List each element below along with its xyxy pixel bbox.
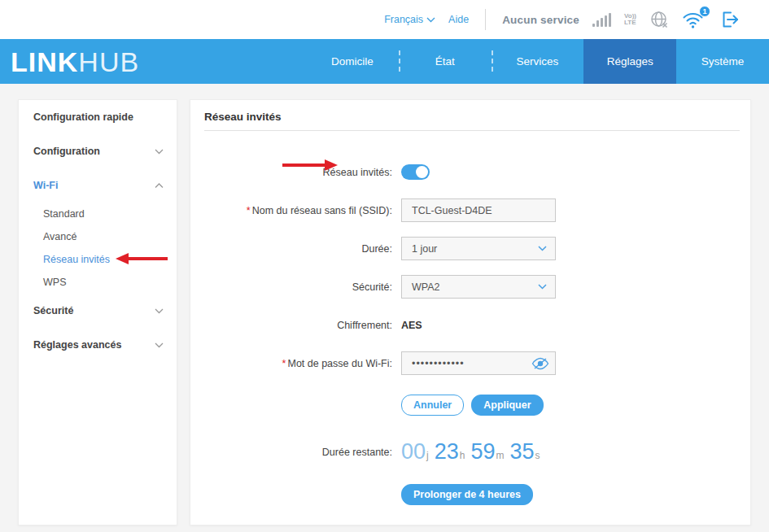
sidebar-item-securite[interactable]: Sécurité xyxy=(19,294,177,328)
encryption-value: AES xyxy=(401,320,422,331)
sidebar-item-configuration[interactable]: Configuration xyxy=(19,134,177,168)
page-title: Réseau invités xyxy=(190,100,750,130)
language-label: Français xyxy=(384,14,423,25)
nav-tab-systeme[interactable]: Système xyxy=(676,39,769,84)
encryption-row: Chiffrement: AES xyxy=(190,313,750,337)
nav-tab-etat[interactable]: État xyxy=(399,39,492,84)
sidebar-item-avance[interactable]: Avancé xyxy=(19,225,177,248)
annotation-arrow-form xyxy=(282,159,338,171)
nav-tab-reglages[interactable]: Réglages xyxy=(583,39,676,84)
duration-row: Durée: 1 jour xyxy=(190,237,750,260)
logout-icon[interactable] xyxy=(720,10,740,29)
cancel-button[interactable]: Annuler xyxy=(401,395,464,416)
nav-menu: Domicile État Services Réglages Système xyxy=(306,39,769,84)
nav-tab-domicile[interactable]: Domicile xyxy=(306,39,399,84)
guest-network-toggle[interactable] xyxy=(401,164,430,180)
encryption-label: Chiffrement: xyxy=(190,320,401,331)
network-status-text: Aucun service xyxy=(502,14,579,26)
countdown-seconds-unit: s xyxy=(535,450,540,461)
annotation-arrow-sidebar xyxy=(116,253,168,264)
password-label: Mot de passe du Wi-Fi: xyxy=(287,358,392,369)
countdown-hours: 23 xyxy=(435,439,459,464)
countdown-seconds: 35 xyxy=(510,439,535,464)
chevron-up-icon xyxy=(155,183,164,189)
globe-offline-icon xyxy=(649,10,669,29)
guest-network-panel: Réseau invités Réseau invités: *Nom du r… xyxy=(190,99,751,525)
help-label: Aide xyxy=(448,14,469,25)
chevron-down-icon xyxy=(155,308,164,314)
required-asterisk: * xyxy=(247,205,251,216)
sidebar-item-configuration-rapide[interactable]: Configuration rapide xyxy=(19,100,177,134)
chevron-down-icon xyxy=(538,246,547,251)
remaining-time-row: Durée restante: 00j 23h 59m 35s xyxy=(190,439,750,464)
form-actions-row: Annuler Appliquer xyxy=(190,393,750,416)
signal-bars-icon xyxy=(592,13,611,27)
password-row: *Mot de passe du Wi-Fi: xyxy=(190,351,750,375)
volte-icon: Vo))LTE xyxy=(624,13,636,26)
duration-label: Durée: xyxy=(190,243,401,255)
sidebar-item-wifi[interactable]: Wi-Fi xyxy=(19,168,177,203)
main-navbar: LINKHUB Domicile État Services Réglages … xyxy=(0,39,769,84)
required-asterisk: * xyxy=(282,358,286,369)
duration-value: 1 jour xyxy=(412,243,437,255)
top-bar: Français Aide Aucun service Vo))LTE 1 xyxy=(0,0,769,39)
extend-4-hours-button[interactable]: Prolonger de 4 heures xyxy=(401,484,533,505)
chevron-down-icon xyxy=(155,342,164,348)
security-label: Sécurité: xyxy=(190,281,401,293)
apply-button[interactable]: Appliquer xyxy=(471,395,543,416)
linkhub-logo: LINKHUB xyxy=(11,46,139,77)
countdown-hours-unit: h xyxy=(460,450,465,461)
wifi-client-count-badge: 1 xyxy=(699,6,710,17)
countdown-minutes-unit: m xyxy=(496,450,505,461)
guest-network-toggle-row: Réseau invités: xyxy=(190,160,750,184)
chevron-down-icon xyxy=(155,149,164,155)
ssid-input[interactable] xyxy=(401,198,556,222)
wifi-icon[interactable]: 1 xyxy=(682,11,704,28)
password-input-wrap xyxy=(401,351,556,375)
help-link[interactable]: Aide xyxy=(448,14,469,25)
sidebar-item-reglages-avances[interactable]: Réglages avancés xyxy=(19,328,177,362)
language-selector[interactable]: Français xyxy=(384,14,435,25)
sidebar-item-standard[interactable]: Standard xyxy=(19,203,177,225)
ssid-label: Nom du réseau sans fil (SSID): xyxy=(252,205,392,216)
settings-sidebar: Configuration rapide Configuration Wi-Fi… xyxy=(18,99,177,525)
sidebar-item-wps[interactable]: WPS xyxy=(19,271,177,294)
countdown-days-unit: j xyxy=(426,450,429,461)
extend-row: Prolonger de 4 heures xyxy=(190,482,750,506)
title-divider xyxy=(204,130,740,131)
remaining-time-value: 00j 23h 59m 35s xyxy=(401,439,546,464)
security-value: WPA2 xyxy=(412,281,440,293)
chevron-down-icon xyxy=(426,17,435,23)
duration-select[interactable]: 1 jour xyxy=(401,237,556,260)
ssid-row: *Nom du réseau sans fil (SSID): xyxy=(190,198,750,222)
remaining-time-label: Durée restante: xyxy=(190,447,401,458)
countdown-days: 00 xyxy=(401,439,426,464)
security-row: Sécurité: WPA2 xyxy=(190,275,750,299)
guest-network-form: Réseau invités: *Nom du réseau sans fil … xyxy=(190,160,750,506)
toggle-knob xyxy=(416,166,428,178)
topbar-divider xyxy=(485,9,486,30)
security-select[interactable]: WPA2 xyxy=(401,275,556,299)
countdown-minutes: 59 xyxy=(470,439,495,464)
show-password-eye-icon[interactable] xyxy=(531,357,549,370)
chevron-down-icon xyxy=(538,284,547,290)
nav-tab-services[interactable]: Services xyxy=(492,39,584,84)
